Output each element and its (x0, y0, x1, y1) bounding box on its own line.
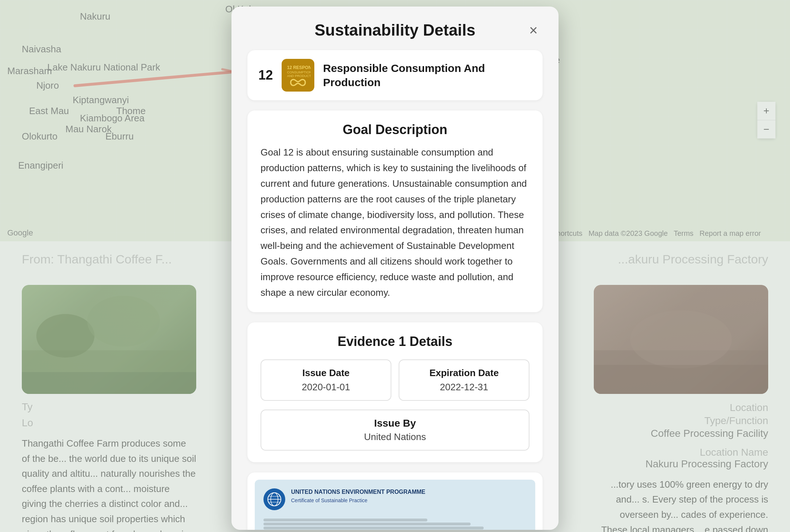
goal-name: Responsible Consumption And Production (323, 61, 532, 89)
expiration-date-value: 2022-12-31 (405, 382, 523, 393)
doc-line (263, 519, 427, 521)
goal-number: 12 (258, 68, 273, 83)
sustainability-modal: Sustainability Details × 12 12 RESPONSIB… (231, 7, 559, 530)
issue-date-value: 2020-01-01 (267, 382, 385, 393)
document-preview[interactable]: UNITED NATIONS ENVIRONMENT PROGRAMME Cer… (247, 472, 543, 530)
evidence-title: Evidence 1 Details (261, 334, 529, 349)
modal-title: Sustainability Details (315, 21, 476, 39)
un-emblem (266, 491, 282, 507)
doc-line (263, 523, 471, 525)
svg-text:CONSUMPTION: CONSUMPTION (287, 70, 311, 74)
document-header: UNITED NATIONS ENVIRONMENT PROGRAMME Cer… (263, 488, 527, 510)
expiration-date-label: Expiration Date (405, 367, 523, 379)
document-inner: UNITED NATIONS ENVIRONMENT PROGRAMME Cer… (255, 480, 535, 530)
description-title: Goal Description (261, 122, 529, 137)
dates-row: Issue Date 2020-01-01 Expiration Date 20… (261, 359, 529, 401)
un-subtitle: Certificate of Sustainable Practice (291, 497, 425, 503)
sdg12-icon: 12 RESPONSIBLE CONSUMPTION AND PRODUCTIO… (285, 63, 311, 88)
issue-date-label: Issue Date (267, 367, 385, 379)
issue-date-box: Issue Date 2020-01-01 (261, 359, 391, 401)
description-card: Goal Description Goal 12 is about ensuri… (247, 110, 543, 312)
document-body-lines (263, 517, 527, 530)
document-header-text: UNITED NATIONS ENVIRONMENT PROGRAMME Cer… (291, 488, 425, 503)
svg-text:AND PRODUCTION: AND PRODUCTION (287, 74, 311, 78)
doc-line (263, 527, 484, 529)
evidence-card: Evidence 1 Details Issue Date 2020-01-01… (247, 322, 543, 462)
issue-by-box: Issue By United Nations (261, 410, 529, 451)
un-title: UNITED NATIONS ENVIRONMENT PROGRAMME (291, 488, 425, 496)
issue-by-value: United Nations (267, 431, 523, 443)
expiration-date-box: Expiration Date 2022-12-31 (399, 359, 529, 401)
modal-header: Sustainability Details × (247, 21, 543, 39)
close-button[interactable]: × (524, 21, 543, 39)
un-logo (263, 488, 285, 510)
description-text: Goal 12 is about ensuring sustainable co… (261, 145, 529, 301)
issue-by-label: Issue By (267, 418, 523, 429)
svg-text:12 RESPONSIBLE: 12 RESPONSIBLE (287, 65, 311, 70)
goal-card: 12 12 RESPONSIBLE CONSUMPTION AND PRODUC… (247, 50, 543, 100)
goal-icon-box: 12 RESPONSIBLE CONSUMPTION AND PRODUCTIO… (282, 59, 314, 92)
